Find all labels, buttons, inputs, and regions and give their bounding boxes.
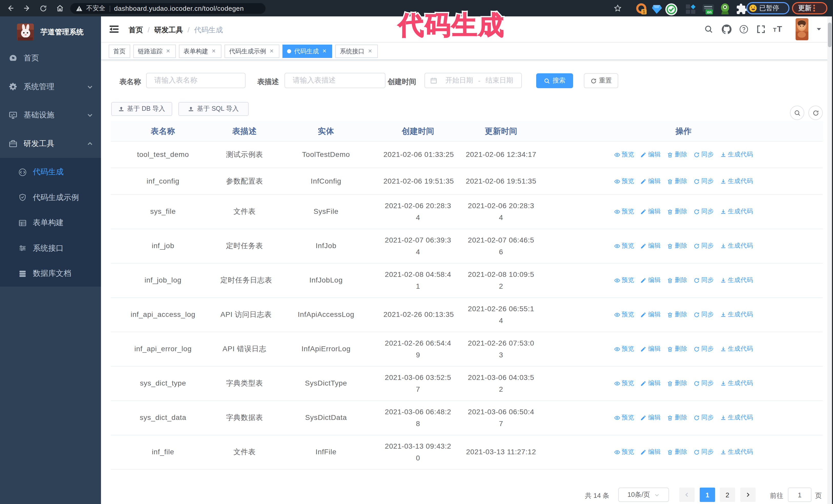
- svg-text:on: on: [707, 10, 712, 14]
- svg-text:1: 1: [643, 9, 645, 14]
